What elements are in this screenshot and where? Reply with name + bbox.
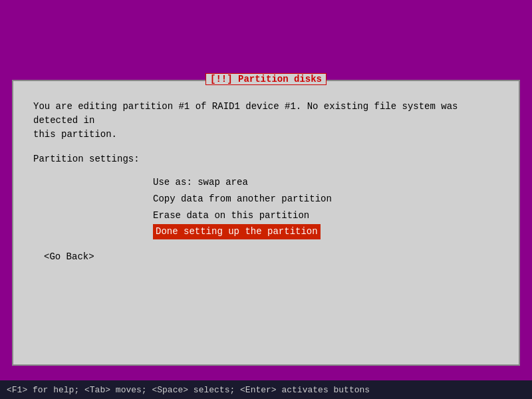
option-done-setting[interactable]: Done setting up the partition	[153, 224, 321, 239]
intro-line2: this partition.	[33, 129, 117, 140]
intro-line1: You are editing partition #1 of RAID1 de…	[33, 101, 458, 126]
dialog-title: [!!] Partition disks	[205, 73, 327, 85]
options-area: Use as: swap area Copy data from another…	[153, 174, 499, 239]
status-bar-text: <F1> for help; <Tab> moves; <Space> sele…	[7, 385, 370, 395]
go-back-button[interactable]: <Go Back>	[44, 250, 499, 264]
status-bar: <F1> for help; <Tab> moves; <Space> sele…	[0, 380, 532, 399]
dialog-content: You are editing partition #1 of RAID1 de…	[13, 81, 519, 277]
partition-settings-label: Partition settings:	[33, 152, 499, 166]
option-erase-data[interactable]: Erase data on this partition	[153, 207, 499, 224]
option-use-as[interactable]: Use as: swap area	[153, 174, 499, 191]
option-copy-data[interactable]: Copy data from another partition	[153, 191, 499, 207]
dialog-window: [!!] Partition disks You are editing par…	[12, 80, 520, 366]
intro-text: You are editing partition #1 of RAID1 de…	[33, 100, 499, 142]
